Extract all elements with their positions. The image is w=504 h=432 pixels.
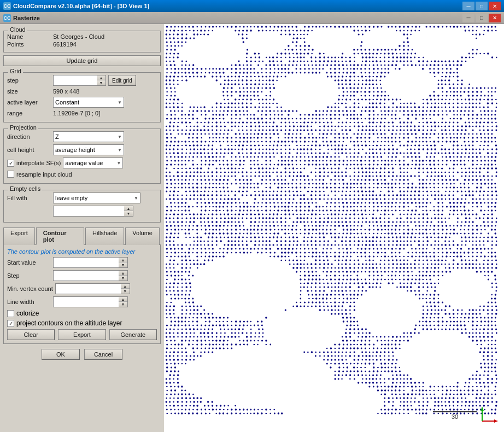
fill-with-value: leave empty	[55, 195, 87, 201]
points-value: 6619194	[53, 41, 77, 48]
start-value-label: Start value	[7, 259, 51, 266]
direction-dropdown[interactable]: Z ▼	[53, 131, 124, 142]
active-layer-label: active layer	[7, 99, 51, 106]
fill-number-down-button[interactable]: ▼	[124, 211, 133, 216]
direction-row: direction Z ▼	[7, 131, 157, 142]
interpolate-checkbox[interactable]	[7, 160, 14, 167]
start-value-input[interactable]: 0.000000	[53, 257, 119, 268]
empty-cells-label: Empty cells	[8, 185, 42, 192]
resample-row: resample input cloud	[7, 171, 157, 178]
contour-step-row: Step 0.000001 ▲ ▼	[7, 270, 157, 281]
left-panel: Cloud Name St Georges - Cloud Points 661…	[0, 24, 164, 432]
tab-content-contour: The contour plot is computed on the acti…	[3, 244, 161, 344]
interpolate-value-dropdown[interactable]: average value ▼	[63, 157, 123, 168]
line-width-input[interactable]: 6	[53, 296, 119, 307]
fill-number-row: 0.000000 ▲ ▼	[7, 206, 157, 217]
empty-cells-group: Empty cells Fill with leave empty ▼ 0.00…	[3, 190, 161, 223]
active-layer-value: Constant	[55, 99, 79, 106]
active-layer-dropdown[interactable]: Constant ▼	[53, 97, 124, 108]
min-vertex-up-button[interactable]: ▲	[121, 284, 130, 289]
dialog-minimize-button[interactable]: ─	[462, 14, 474, 22]
colorize-checkbox[interactable]	[7, 310, 14, 317]
tab-hillshade[interactable]: Hillshade	[85, 227, 124, 245]
cell-height-dropdown[interactable]: average height ▼	[53, 144, 124, 155]
min-vertex-group: 50 ▲ ▼	[55, 283, 130, 294]
ok-button[interactable]: OK	[42, 349, 80, 360]
fill-number-spinners: ▲ ▼	[124, 206, 133, 217]
range-row: range 1.19209e-7 [0 ; 0]	[7, 110, 157, 116]
line-width-up-button[interactable]: ▲	[119, 297, 127, 302]
start-value-down-button[interactable]: ▼	[119, 262, 127, 267]
step-input[interactable]: 1.000000	[53, 75, 97, 86]
line-width-spinners: ▲ ▼	[119, 296, 128, 307]
fill-with-arrow-icon: ▼	[134, 196, 138, 201]
project-checkbox[interactable]	[7, 320, 14, 327]
step-spinners: ▲ ▼	[97, 75, 106, 86]
update-grid-button[interactable]: Update grid	[3, 55, 161, 66]
contour-step-up-button[interactable]: ▲	[119, 271, 127, 276]
start-value-spinners: ▲ ▼	[119, 257, 128, 268]
contour-step-down-button[interactable]: ▼	[119, 276, 127, 281]
min-vertex-down-button[interactable]: ▼	[121, 289, 130, 294]
dialog-buttons: OK Cancel	[3, 349, 161, 362]
step-up-button[interactable]: ▲	[97, 75, 106, 80]
size-label: size	[7, 88, 51, 95]
view3d-canvas[interactable]	[164, 24, 504, 432]
maximize-button[interactable]: □	[476, 2, 488, 10]
axes-indicator	[477, 405, 499, 427]
title-controls: ─ □ ✕	[462, 2, 501, 10]
dialog-title-bar: CC Rasterize ─ □ ✕	[0, 12, 504, 24]
tabs-area: Export Contour plot Hillshade Volume The…	[3, 227, 161, 344]
project-row: project contours on the altitude layer	[7, 319, 157, 327]
interpolate-label: interpolate SF(s)	[16, 160, 61, 166]
scale-line	[433, 411, 477, 412]
close-app-button[interactable]: ✕	[489, 2, 501, 10]
cell-height-row: cell height average height ▼	[7, 144, 157, 155]
minimize-button[interactable]: ─	[462, 2, 474, 10]
axes-svg	[477, 405, 499, 427]
contour-step-input[interactable]: 0.000001	[53, 270, 119, 281]
fill-with-row: Fill with leave empty ▼	[7, 192, 157, 203]
line-width-down-button[interactable]: ▼	[119, 302, 127, 307]
tab-contour[interactable]: Contour plot	[36, 227, 84, 245]
contour-step-spinners: ▲ ▼	[119, 270, 128, 281]
step-row: step 1.000000 ▲ ▼ Edit grid	[7, 75, 157, 86]
edit-grid-button[interactable]: Edit grid	[108, 75, 136, 86]
step-down-button[interactable]: ▼	[97, 80, 106, 85]
points-label: Points	[7, 41, 51, 48]
fill-number-group: 0.000000 ▲ ▼	[53, 206, 133, 217]
tab-export[interactable]: Export	[3, 227, 35, 245]
view3d-panel: 30	[164, 24, 504, 432]
active-layer-arrow-icon: ▼	[118, 100, 122, 105]
app-title: CloudCompare v2.10.alpha [64-bit] - [3D …	[13, 3, 149, 9]
fill-number-input[interactable]: 0.000000	[53, 206, 124, 217]
start-value-up-button[interactable]: ▲	[119, 258, 127, 262]
clear-button[interactable]: Clear	[7, 329, 55, 340]
dialog-controls: ─ □ ✕	[462, 14, 501, 22]
step-label: step	[7, 77, 51, 84]
colorize-label: colorize	[16, 310, 39, 317]
range-value: 1.19209e-7 [0 ; 0]	[53, 110, 100, 116]
cancel-button[interactable]: Cancel	[84, 349, 122, 360]
tab-volume[interactable]: Volume	[125, 227, 160, 245]
min-vertex-row: Min. vertex count 50 ▲ ▼	[7, 283, 157, 294]
resample-checkbox[interactable]	[7, 171, 14, 178]
interpolate-row: interpolate SF(s) average value ▼	[7, 157, 157, 168]
dialog-close-button[interactable]: ✕	[489, 14, 501, 22]
cell-height-arrow-icon: ▼	[118, 148, 122, 153]
contour-status: The contour plot is computed on the acti…	[7, 248, 157, 255]
cell-height-label: cell height	[7, 147, 51, 153]
export-button[interactable]: Export	[58, 329, 106, 340]
min-vertex-input[interactable]: 50	[55, 283, 121, 294]
generate-button[interactable]: Generate	[109, 329, 157, 340]
scale-label: 30	[452, 413, 458, 420]
dialog-title: Rasterize	[13, 15, 40, 21]
interpolate-arrow-icon: ▼	[116, 161, 121, 166]
fill-with-dropdown[interactable]: leave empty ▼	[53, 192, 140, 203]
dialog-maximize-button[interactable]: □	[476, 14, 488, 22]
project-label: project contours on the altitude layer	[16, 319, 122, 327]
fill-number-up-button[interactable]: ▲	[124, 206, 133, 211]
direction-label: direction	[7, 133, 51, 140]
min-vertex-spinners: ▲ ▼	[121, 283, 130, 294]
min-vertex-label: Min. vertex count	[7, 285, 53, 292]
